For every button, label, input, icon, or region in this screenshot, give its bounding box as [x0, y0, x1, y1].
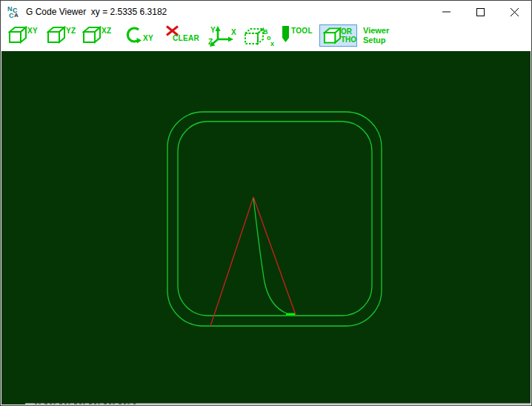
close-button[interactable] — [497, 1, 531, 23]
view-xy-button[interactable]: XY — [7, 26, 38, 44]
title-bar: N C C A G Code Viewer xy = 2.5335 6.3182 — [1, 1, 531, 23]
axes-x-label: X — [231, 28, 236, 36]
view-yz-button[interactable]: YZ — [45, 26, 76, 44]
axes-z-label: Z — [208, 38, 213, 46]
toolbar: XY YZ XZ XY — [1, 23, 531, 50]
maximize-button[interactable] — [463, 1, 497, 23]
maximize-icon — [463, 1, 497, 23]
cube-icon — [81, 26, 102, 44]
viewer-setup-button[interactable]: Viewer Setup — [363, 26, 389, 45]
view-xz-button[interactable]: XZ — [81, 26, 111, 44]
app-icon: N C C A — [7, 4, 21, 19]
tool-icon — [282, 26, 290, 44]
clear-button[interactable]: CLEAR — [164, 25, 199, 42]
viewer-setup-line1: Viewer — [363, 26, 389, 36]
rotate-xy-button[interactable]: XY — [124, 25, 153, 44]
view-yz-label: YZ — [66, 27, 76, 44]
box-button[interactable]: B o x — [243, 27, 276, 47]
ortho-label-line2: THO — [341, 36, 356, 44]
axes-button[interactable]: Y X Z — [208, 25, 238, 47]
svg-text:C: C — [9, 12, 14, 19]
window-controls — [429, 1, 531, 23]
outer-contour-path — [167, 112, 382, 326]
minimize-icon — [429, 1, 463, 23]
view-xy-label: XY — [27, 27, 38, 44]
svg-text:A: A — [14, 12, 19, 19]
tool-button[interactable]: TOOL — [282, 26, 313, 44]
axes-icon: Y X Z — [208, 25, 238, 47]
bottom-edge-marks — [35, 403, 136, 405]
box-dashed-cube-icon: B o x — [243, 27, 276, 47]
cube-icon — [322, 27, 342, 44]
ortho-label-line1: OR — [341, 27, 356, 36]
box-x-label: x — [270, 40, 274, 47]
rapid-move-left — [210, 197, 253, 326]
window-title: G Code Viewer xy = 2.5335 6.3182 — [26, 7, 167, 17]
viewer-setup-line2: Setup — [363, 36, 389, 45]
cube-icon — [7, 26, 27, 44]
tool-label: TOOL — [291, 27, 313, 44]
axes-y-label: Y — [210, 26, 216, 34]
rotate-icon — [124, 25, 143, 44]
gcode-canvas[interactable] — [1, 51, 531, 405]
rapid-move-right — [253, 197, 296, 315]
cube-icon — [45, 26, 66, 44]
minimize-button[interactable] — [429, 1, 463, 23]
rotate-xy-label: XY — [143, 35, 153, 44]
bottom-edge-strip — [25, 403, 531, 405]
close-icon — [497, 1, 531, 23]
view-xz-label: XZ — [102, 27, 111, 44]
ortho-button[interactable]: OR THO — [319, 24, 357, 47]
clear-label: CLEAR — [173, 35, 199, 42]
toolpath-drawing — [1, 51, 532, 406]
inner-contour-path — [178, 122, 372, 316]
gcode-viewer-window: N C C A G Code Viewer xy = 2.5335 6.3182 — [0, 0, 532, 406]
feed-move-curve — [253, 199, 287, 313]
